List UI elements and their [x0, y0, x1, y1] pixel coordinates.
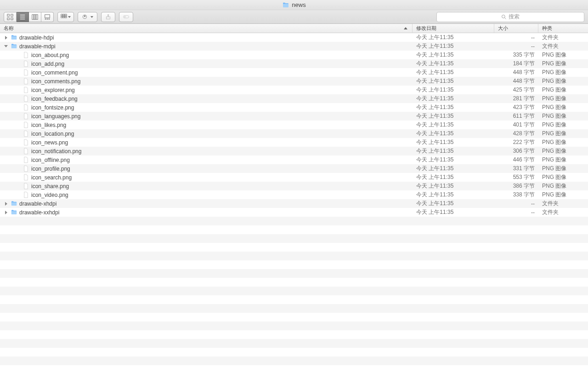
file-size: 425 字节: [494, 86, 538, 94]
file-date: 今天 上午11:35: [413, 200, 494, 207]
file-date: 今天 上午11:35: [413, 51, 494, 59]
svg-rect-11: [45, 18, 46, 19]
file-date: 今天 上午11:35: [413, 112, 494, 120]
disclosure-triangle[interactable]: [4, 210, 8, 215]
image-file-icon: [22, 60, 29, 68]
file-name: icon_comment.png: [31, 69, 78, 76]
empty-row: [0, 287, 588, 295]
column-header-kind-label: 种类: [542, 25, 552, 32]
file-kind: PNG 图像: [538, 138, 588, 146]
search-input[interactable]: 搜索: [436, 12, 584, 22]
file-size: --: [494, 201, 538, 207]
file-row[interactable]: icon_languages.png今天 上午11:35611 字节PNG 图像: [0, 112, 588, 121]
file-date: 今天 上午11:35: [413, 42, 494, 50]
file-name: icon_add.png: [31, 61, 64, 67]
column-header-kind[interactable]: 种类: [538, 24, 588, 33]
file-name: drawable-xxhdpi: [19, 209, 59, 216]
file-row[interactable]: icon_notification.png今天 上午11:35306 字节PNG…: [0, 147, 588, 155]
share-button[interactable]: [101, 12, 115, 22]
empty-row: [0, 330, 588, 339]
view-column-button[interactable]: [29, 12, 41, 22]
file-row[interactable]: icon_profile.png今天 上午11:35331 字节PNG 图像: [0, 164, 588, 173]
image-file-icon: [22, 121, 29, 129]
file-kind: PNG 图像: [538, 104, 588, 111]
file-size: 331 字节: [494, 165, 538, 172]
file-row[interactable]: icon_share.png今天 上午11:35386 字节PNG 图像: [0, 182, 588, 190]
file-row[interactable]: icon_news.png今天 上午11:35222 字节PNG 图像: [0, 138, 588, 147]
svg-rect-12: [47, 18, 48, 19]
file-date: 今天 上午11:35: [413, 156, 494, 164]
file-size: 335 字节: [494, 51, 538, 59]
file-size: 281 字节: [494, 95, 538, 103]
column-header-size-label: 大小: [498, 25, 508, 32]
svg-rect-13: [49, 18, 50, 19]
file-name: drawable-hdpi: [19, 34, 54, 41]
file-row[interactable]: icon_feedback.png今天 上午11:35281 字节PNG 图像: [0, 94, 588, 103]
view-list-button[interactable]: [17, 12, 29, 22]
disclosure-triangle[interactable]: [4, 201, 8, 206]
file-date: 今天 上午11:35: [413, 34, 494, 41]
file-date: 今天 上午11:35: [413, 69, 494, 76]
column-header-row: 名称 修改日期 大小 种类: [0, 24, 588, 33]
file-row[interactable]: icon_offline.png今天 上午11:35446 字节PNG 图像: [0, 155, 588, 164]
image-file-icon: [22, 78, 29, 85]
file-row[interactable]: icon_video.png今天 上午11:35338 字节PNG 图像: [0, 190, 588, 199]
file-name: icon_comments.png: [31, 78, 80, 85]
tags-button[interactable]: [119, 12, 133, 22]
file-row[interactable]: icon_location.png今天 上午11:35428 字节PNG 图像: [0, 129, 588, 138]
column-header-size[interactable]: 大小: [494, 24, 538, 33]
file-row[interactable]: icon_add.png今天 上午11:35184 字节PNG 图像: [0, 59, 588, 68]
image-file-icon: [22, 52, 29, 59]
chevron-down-icon: [90, 16, 93, 18]
empty-row: [0, 322, 588, 330]
file-kind: PNG 图像: [538, 130, 588, 138]
file-row[interactable]: icon_likes.png今天 上午11:35401 字节PNG 图像: [0, 121, 588, 129]
empty-row: [0, 243, 588, 252]
folder-row[interactable]: drawable-mdpi今天 上午11:35--文件夹: [0, 42, 588, 51]
svg-rect-9: [36, 14, 38, 19]
folder-row[interactable]: drawable-xxhdpi今天 上午11:35--文件夹: [0, 208, 588, 217]
image-file-icon: [22, 174, 29, 181]
column-header-date[interactable]: 修改日期: [413, 24, 494, 33]
file-row[interactable]: icon_fontsize.png今天 上午11:35423 字节PNG 图像: [0, 103, 588, 112]
disclosure-triangle[interactable]: [4, 44, 8, 49]
svg-rect-15: [63, 14, 65, 16]
view-icon-button[interactable]: [4, 12, 17, 22]
action-menu-button[interactable]: [78, 12, 97, 22]
svg-point-23: [124, 16, 125, 17]
file-kind: PNG 图像: [538, 173, 588, 181]
file-row[interactable]: icon_about.png今天 上午11:35335 字节PNG 图像: [0, 51, 588, 59]
image-file-icon: [22, 156, 29, 164]
file-size: --: [494, 209, 538, 216]
file-size: 338 字节: [494, 191, 538, 199]
file-row[interactable]: icon_comments.png今天 上午11:35448 字节PNG 图像: [0, 77, 588, 86]
file-kind: PNG 图像: [538, 147, 588, 155]
file-size: 611 字节: [494, 112, 538, 120]
empty-row: [0, 304, 588, 313]
file-kind: PNG 图像: [538, 95, 588, 103]
folder-row[interactable]: drawable-xhdpi今天 上午11:35--文件夹: [0, 199, 588, 208]
svg-point-24: [502, 15, 505, 18]
file-date: 今天 上午11:35: [413, 104, 494, 111]
file-row[interactable]: icon_comment.png今天 上午11:35448 字节PNG 图像: [0, 68, 588, 77]
folder-row[interactable]: drawable-hdpi今天 上午11:35--文件夹: [0, 33, 588, 42]
column-header-name[interactable]: 名称: [0, 24, 413, 33]
file-size: --: [494, 34, 538, 41]
file-size: --: [494, 43, 538, 50]
arrange-button[interactable]: [57, 12, 74, 22]
file-kind: PNG 图像: [538, 191, 588, 199]
image-file-icon: [22, 165, 29, 172]
file-date: 今天 上午11:35: [413, 165, 494, 172]
file-date: 今天 上午11:35: [413, 191, 494, 199]
window-title: news: [292, 1, 305, 8]
file-date: 今天 上午11:35: [413, 173, 494, 181]
file-row[interactable]: icon_search.png今天 上午11:35553 字节PNG 图像: [0, 173, 588, 182]
view-gallery-button[interactable]: [41, 12, 54, 22]
file-size: 448 字节: [494, 77, 538, 85]
empty-row: [0, 217, 588, 225]
column-header-name-label: 名称: [4, 25, 14, 32]
svg-rect-0: [7, 14, 9, 16]
file-row[interactable]: icon_explorer.png今天 上午11:35425 字节PNG 图像: [0, 86, 588, 94]
disclosure-triangle[interactable]: [4, 35, 8, 40]
svg-rect-8: [34, 14, 36, 19]
